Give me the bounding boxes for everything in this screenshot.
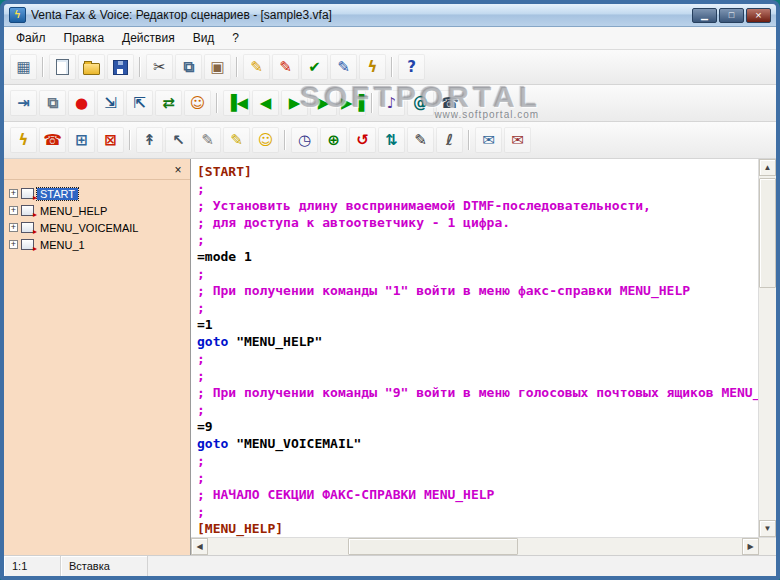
highlight-pen-button[interactable]: ✎: [243, 54, 270, 80]
attach-button[interactable]: ℓ: [436, 127, 463, 153]
delete-page-button[interactable]: ⊠: [97, 127, 124, 153]
updown-button[interactable]: ⇅: [378, 127, 405, 153]
hangup-button[interactable]: ☎: [39, 127, 66, 153]
minimize-button[interactable]: ▁: [692, 8, 717, 23]
smiley-button[interactable]: ☺: [252, 127, 279, 153]
code-line: ;: [197, 350, 756, 367]
toggle-tree-button[interactable]: ▦: [10, 54, 37, 80]
menu-item-actions[interactable]: Действия: [114, 29, 183, 47]
edit-pencil-button[interactable]: ✎: [407, 127, 434, 153]
pointer-icon: ↖: [172, 133, 185, 148]
expand-icon[interactable]: +: [9, 240, 18, 249]
code-token-comment: ; для доступа к автоответчику - 1 цифра.: [197, 215, 510, 230]
scroll-up-button[interactable]: ▲: [759, 159, 776, 176]
horizontal-scrollbar[interactable]: ◀ ▶: [191, 538, 759, 555]
help-button[interactable]: ?: [398, 54, 425, 80]
loop-icon: ↺: [356, 133, 369, 148]
expand-icon[interactable]: +: [9, 206, 18, 215]
send-receive-button[interactable]: ⇄: [155, 90, 182, 116]
monitor-in-button[interactable]: ⇲: [97, 90, 124, 116]
scroll-right-button[interactable]: ▶: [742, 538, 759, 555]
maximize-button[interactable]: □: [719, 8, 744, 23]
paste-button[interactable]: ▣: [204, 54, 231, 80]
menu-item-help[interactable]: ?: [224, 29, 247, 47]
mail-out-button[interactable]: ✉: [475, 127, 502, 153]
tree-panel-header: ×: [4, 159, 190, 180]
code-token-plain: =mode 1: [197, 249, 252, 264]
insert-page-button[interactable]: ⊞: [68, 127, 95, 153]
sign-pen-button[interactable]: ✎: [194, 127, 221, 153]
toolbar-separator: [216, 93, 218, 113]
help-icon: ?: [407, 60, 416, 75]
tree-item-menu_help[interactable]: +▸MENU_HELP: [6, 202, 188, 219]
cut-button[interactable]: ✂: [146, 54, 173, 80]
loop-button[interactable]: ↺: [349, 127, 376, 153]
structure-icon: ↟: [143, 133, 156, 148]
scroll-down-button[interactable]: ▼: [759, 520, 776, 537]
color-pen-button[interactable]: ✎: [223, 127, 250, 153]
code-token-comment: ;: [197, 368, 205, 383]
code-token-comment: ; НАЧАЛО СЕКЦИИ ФАКС-СПРАВКИ MENU_HELP: [197, 487, 494, 502]
code-token-keyword: goto: [197, 334, 228, 349]
lightning-icon: ϟ: [15, 10, 20, 20]
scenario-section-icon: ▸: [21, 188, 34, 199]
toolbar-main: ▦✂⧉▣✎✎✔✎ϟ?: [4, 50, 776, 85]
window-title: Venta Fax & Voice: Редактор сценариев - …: [31, 8, 332, 22]
tree-item-label: MENU_VOICEMAIL: [37, 222, 141, 234]
tree-close-button[interactable]: ×: [170, 163, 186, 177]
quick-run-button[interactable]: ϟ: [359, 54, 386, 80]
window-controls: ▁ □ ×: [692, 8, 771, 23]
tree-item-menu_voicemail[interactable]: +▸MENU_VOICEMAIL: [6, 219, 188, 236]
timer-button[interactable]: ◷: [291, 127, 318, 153]
record-message-button[interactable]: ●: [68, 90, 95, 116]
counter-button[interactable]: ⊕: [320, 127, 347, 153]
script-to-text-button[interactable]: ⇥: [10, 90, 37, 116]
go-last-icon: ▶▐: [341, 96, 364, 111]
expand-icon[interactable]: +: [9, 189, 18, 198]
go-next-button[interactable]: ▶: [310, 90, 337, 116]
red-pen-button[interactable]: ✎: [272, 54, 299, 80]
go-last-button[interactable]: ▶▐: [339, 90, 366, 116]
menu-item-file[interactable]: Файл: [8, 29, 54, 47]
code-line: goto "MENU_VOICEMAIL": [197, 435, 756, 452]
copy-script-button[interactable]: ⧉: [39, 90, 66, 116]
run-script-button[interactable]: ϟ: [10, 127, 37, 153]
menu-item-view[interactable]: Вид: [185, 29, 223, 47]
color-pen-icon: ✎: [230, 133, 243, 148]
expand-icon[interactable]: +: [9, 223, 18, 232]
web-button[interactable]: @: [407, 90, 434, 116]
pointer-button[interactable]: ↖: [165, 127, 192, 153]
sound-button[interactable]: ♪: [378, 90, 405, 116]
script-editor[interactable]: [START];; Установить длину воспринимаемо…: [191, 159, 758, 537]
dial-button[interactable]: ☎: [436, 90, 463, 116]
new-button[interactable]: [49, 54, 76, 80]
code-token-plain: "MENU_HELP": [228, 334, 322, 349]
vertical-scroll-track[interactable]: [759, 176, 776, 520]
vertical-scrollbar[interactable]: ▲ ▼: [758, 159, 776, 537]
scroll-left-button[interactable]: ◀: [191, 538, 208, 555]
close-button[interactable]: ×: [746, 8, 771, 23]
copy-button[interactable]: ⧉: [175, 54, 202, 80]
title-bar[interactable]: ϟ Venta Fax & Voice: Редактор сценариев …: [4, 4, 776, 27]
rename-button[interactable]: ✎: [330, 54, 357, 80]
structure-button[interactable]: ↟: [136, 127, 163, 153]
dial-icon: ☎: [440, 96, 459, 111]
open-button[interactable]: [78, 54, 105, 80]
spelling-button[interactable]: ✔: [301, 54, 328, 80]
contacts-button[interactable]: ☺: [184, 90, 211, 116]
play-button[interactable]: ▶: [281, 90, 308, 116]
updown-icon: ⇅: [385, 133, 398, 148]
tree-item-start[interactable]: +▸START: [6, 185, 188, 202]
play-icon: ▶: [289, 96, 301, 111]
code-token-plain: =9: [197, 419, 213, 434]
horizontal-scroll-thumb[interactable]: [348, 538, 518, 555]
mail-in-button[interactable]: ✉: [504, 127, 531, 153]
tree-item-menu_1[interactable]: +▸MENU_1: [6, 236, 188, 253]
go-prev-button[interactable]: ◀: [252, 90, 279, 116]
horizontal-scroll-track[interactable]: [208, 538, 742, 555]
save-button[interactable]: [107, 54, 134, 80]
vertical-scroll-thumb[interactable]: [759, 178, 776, 288]
monitor-out-button[interactable]: ⇱: [126, 90, 153, 116]
menu-item-edit[interactable]: Правка: [56, 29, 113, 47]
go-first-button[interactable]: ▐◀: [223, 90, 250, 116]
